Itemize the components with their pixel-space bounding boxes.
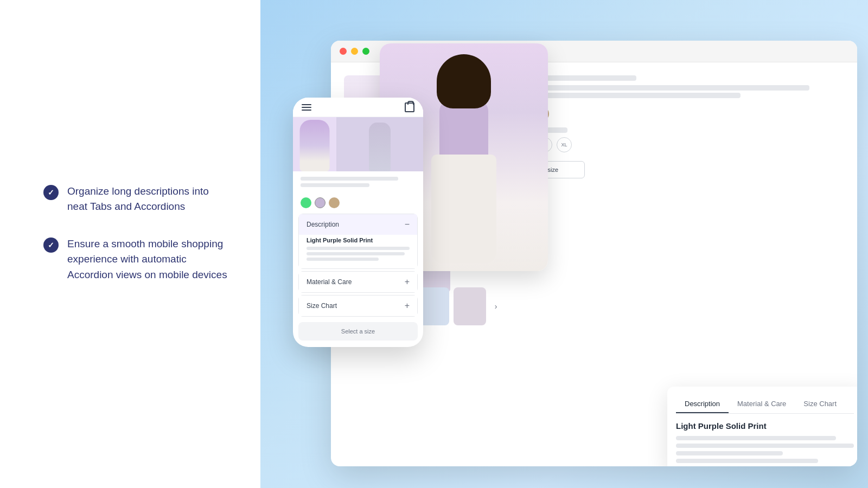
mobile-accordion: Description − Light Purple Solid Print M… xyxy=(298,214,418,319)
tab-material-care[interactable]: Material & Care xyxy=(729,395,795,413)
mobile-color-purple[interactable] xyxy=(315,197,326,208)
window-maximize-button[interactable] xyxy=(362,48,369,55)
tab-content-skeleton-4 xyxy=(676,459,818,463)
mobile-product-info xyxy=(293,171,423,194)
browser-size-options: S M L XL xyxy=(498,137,844,152)
feature-item-2: Ensure a smooth mobile shopping experien… xyxy=(43,236,228,283)
mobile-subtitle-skeleton xyxy=(301,183,369,187)
acc-skeleton-2 xyxy=(307,252,405,255)
mobile-mockup: Description − Light Purple Solid Print M… xyxy=(293,98,423,347)
hamburger-line-3 xyxy=(302,110,311,111)
accordion-size-label: Size Chart xyxy=(307,302,337,310)
mobile-color-tan[interactable] xyxy=(329,197,340,208)
size-xl[interactable]: XL xyxy=(557,137,572,152)
accordion-description-content: Light Purple Solid Print xyxy=(299,235,417,268)
window-close-button[interactable] xyxy=(340,48,347,55)
hamburger-menu-icon[interactable] xyxy=(302,104,311,111)
accordion-material-header[interactable]: Material & Care + xyxy=(299,272,417,292)
mobile-header xyxy=(293,98,423,117)
accordion-material-label: Material & Care xyxy=(307,278,352,286)
tab-size-chart[interactable]: Size Chart xyxy=(795,395,845,413)
woman-top xyxy=(439,100,488,160)
accordion-size-header[interactable]: Size Chart + xyxy=(299,296,417,316)
check-icon-2 xyxy=(43,237,59,253)
tabs-card: Description Material & Care Size Chart L… xyxy=(667,387,857,466)
thumbs-next-arrow[interactable]: › xyxy=(490,287,501,325)
woman-hair xyxy=(437,54,491,108)
tab-description[interactable]: Description xyxy=(676,395,729,413)
cart-icon[interactable] xyxy=(405,102,414,112)
accordion-description-title: Light Purple Solid Print xyxy=(307,237,410,243)
mobile-product-images xyxy=(293,117,423,171)
window-minimize-button[interactable] xyxy=(351,48,358,55)
browser-color-swatches xyxy=(498,107,844,121)
left-panel: Organize long descriptions into neat Tab… xyxy=(0,0,260,488)
mobile-title-skeleton xyxy=(301,177,398,181)
hero-thumb-3[interactable] xyxy=(454,287,486,325)
accordion-description-header[interactable]: Description − xyxy=(299,214,417,235)
accordion-description: Description − Light Purple Solid Print xyxy=(298,214,418,269)
tab-content-title: Light Purple Solid Print xyxy=(676,421,854,431)
acc-skeleton-3 xyxy=(307,258,379,261)
feature-text-1: Organize long descriptions into neat Tab… xyxy=(67,184,228,215)
accordion-material-care: Material & Care + xyxy=(298,271,418,293)
accordion-description-label: Description xyxy=(307,221,339,228)
mobile-color-swatches xyxy=(293,194,423,211)
browser-product-details: S M L XL Select a size Description Mater… xyxy=(498,75,844,453)
mobile-color-green[interactable] xyxy=(301,197,311,208)
tab-content-skeleton-2 xyxy=(676,444,854,448)
accordion-description-toggle[interactable]: − xyxy=(405,220,410,229)
woman-skirt xyxy=(431,155,496,263)
accordion-size-toggle[interactable]: + xyxy=(405,301,410,311)
acc-skeleton-1 xyxy=(307,247,410,250)
feature-text-2: Ensure a smooth mobile shopping experien… xyxy=(67,236,228,283)
right-panel: S M L XL Select a size Description Mater… xyxy=(260,0,868,488)
accordion-size-chart: Size Chart + xyxy=(298,295,418,317)
tab-content-skeleton-1 xyxy=(676,436,836,440)
feature-item-1: Organize long descriptions into neat Tab… xyxy=(43,184,228,215)
check-icon-1 xyxy=(43,185,59,200)
accordion-material-toggle[interactable]: + xyxy=(405,277,410,287)
mobile-product-thumb-left[interactable] xyxy=(293,117,336,171)
mobile-product-thumb-right[interactable] xyxy=(336,117,423,171)
hamburger-line-2 xyxy=(302,107,311,108)
hamburger-line-1 xyxy=(302,104,311,105)
mobile-select-size-button[interactable]: Select a size xyxy=(298,322,418,341)
tabs-navigation: Description Material & Care Size Chart xyxy=(676,395,854,414)
tab-content-skeleton-3 xyxy=(676,451,783,455)
